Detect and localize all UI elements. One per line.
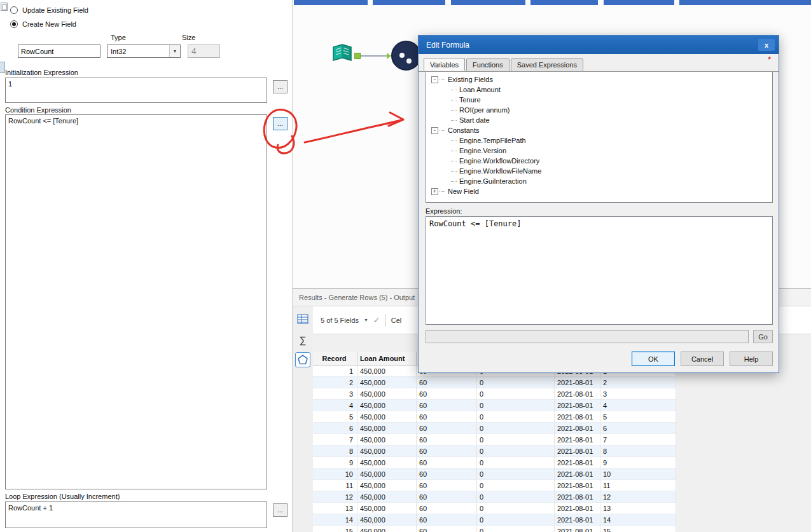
generate-rows-config-panel: Update Existing Field Create New Field T… [0, 0, 293, 532]
table-row[interactable]: 2 450,000 60 0 2021-08-01 2 [313, 377, 676, 388]
cell-rowcount: 12 [600, 491, 676, 503]
tree-item-label[interactable]: Engine.Version [459, 147, 506, 154]
size-label: Size [182, 34, 195, 41]
cell-viewer-label[interactable]: Cel [391, 317, 402, 324]
tree-item-label[interactable]: Tenure [459, 96, 481, 104]
tree-item-label[interactable]: Engine.WorkflowFileName [459, 167, 541, 175]
tree-item[interactable]: - Constants [427, 125, 771, 135]
input-data-tool-icon[interactable] [330, 41, 354, 65]
initialization-expression-label: Initialization Expression [5, 69, 78, 76]
tree-expander-icon[interactable]: - [431, 127, 438, 134]
table-row[interactable]: 7 450,000 60 0 2021-08-01 7 [313, 434, 676, 446]
table-row[interactable]: 14 450,000 60 0 2021-08-01 14 [313, 514, 676, 526]
fields-selector[interactable]: 5 of 5 Fields [321, 317, 359, 324]
type-dropdown[interactable]: Int32 ▼ [107, 44, 181, 58]
table-row[interactable]: 4 450,000 60 0 2021-08-01 4 [313, 400, 676, 411]
cell-record: 10 [313, 468, 357, 480]
tree-connector [451, 181, 457, 182]
tree-item[interactable]: - Existing Fields [427, 74, 771, 85]
help-button[interactable]: Help [730, 351, 773, 366]
dialog-titlebar[interactable]: Edit Formula [419, 36, 779, 54]
table-row[interactable]: 8 450,000 60 0 2021-08-01 8 [313, 446, 676, 457]
tree-item-label[interactable]: Engine.WorkflowDirectory [459, 157, 539, 165]
type-label: Type [111, 34, 126, 41]
condition-ellipsis-button[interactable]: ... [273, 117, 288, 130]
initialization-expression-box[interactable]: 1 [5, 78, 267, 103]
cell-start-date: 2021-08-01 [555, 377, 600, 388]
column-header-record[interactable]: Record [313, 352, 357, 365]
results-table-view-icon[interactable] [295, 311, 310, 327]
chevron-down-icon[interactable]: ▼ [169, 45, 180, 57]
tree-item[interactable]: Engine.WorkflowFileName [427, 166, 771, 176]
tree-item-label[interactable]: Start date [459, 116, 490, 124]
tree-item[interactable]: ROI(per annum) [427, 105, 771, 115]
cancel-button[interactable]: Cancel [681, 351, 724, 366]
cell-start-date: 2021-08-01 [555, 434, 600, 446]
table-row[interactable]: 12 450,000 60 0 2021-08-01 12 [313, 491, 676, 503]
cell-start-date: 2021-08-01 [555, 480, 600, 491]
generate-rows-tool-icon[interactable] [391, 41, 421, 71]
radio-update-existing-field[interactable]: Update Existing Field [10, 6, 88, 14]
tab-functions[interactable]: Functions [466, 58, 509, 71]
table-row[interactable]: 10 450,000 60 0 2021-08-01 10 [313, 468, 676, 480]
table-row[interactable]: 5 450,000 60 0 2021-08-01 5 [313, 411, 676, 423]
chevron-down-icon[interactable]: ▼ [364, 318, 368, 322]
tree-item-label[interactable]: Existing Fields [448, 76, 493, 83]
tree-item-label[interactable]: Engine.GuiInteraction [459, 177, 527, 185]
radio-create-new-field[interactable]: Create New Field [10, 20, 76, 28]
ok-button[interactable]: OK [632, 351, 675, 366]
results-metadata-sigma-icon[interactable]: ∑ [295, 332, 310, 347]
condition-expression-box[interactable]: RowCount <= [Tenure] [5, 114, 267, 489]
panel-edge-icon[interactable] [0, 62, 5, 73]
tab-saved-expressions[interactable]: Saved Expressions [511, 58, 583, 71]
cell-roi: 0 [477, 411, 555, 423]
loop-expression-box[interactable]: RowCount + 1 [5, 501, 267, 528]
tree-item[interactable]: Engine.TempFilePath [427, 135, 771, 146]
connection-wire[interactable] [361, 55, 390, 57]
expression-editor[interactable]: RowCount <= [Tenure] [426, 216, 773, 325]
results-profile-view-icon[interactable] [295, 352, 310, 367]
cell-tenure: 60 [417, 423, 477, 434]
table-row[interactable]: 6 450,000 60 0 2021-08-01 6 [313, 423, 676, 434]
radio-circle-unselected[interactable] [10, 6, 18, 14]
tool-output-anchor[interactable] [354, 53, 361, 59]
dock-panel-icon[interactable] [1, 3, 8, 11]
cell-roi: 0 [477, 526, 555, 532]
tree-item-label[interactable]: Constants [448, 126, 480, 134]
tree-item[interactable]: Loan Amount [427, 85, 771, 95]
cell-start-date: 2021-08-01 [555, 503, 600, 514]
close-icon[interactable]: x [758, 39, 775, 51]
radio-circle-selected[interactable] [10, 20, 18, 28]
tree-item-label[interactable]: New Field [448, 188, 479, 195]
tree-item[interactable]: Start date [427, 115, 771, 125]
cell-tenure: 60 [417, 388, 477, 400]
expression-search-input[interactable] [426, 330, 749, 343]
cell-rowcount: 10 [600, 468, 676, 480]
tab-variables[interactable]: Variables [424, 58, 465, 71]
tree-item-label[interactable]: Loan Amount [459, 86, 501, 93]
tree-item[interactable]: + New Field [427, 186, 771, 196]
table-row[interactable]: 3 450,000 60 0 2021-08-01 3 [313, 388, 676, 400]
tree-item[interactable]: Engine.WorkflowDirectory [427, 156, 771, 166]
column-header-loan-amount[interactable]: Loan Amount [357, 352, 417, 365]
tree-item[interactable]: Engine.GuiInteraction [427, 176, 771, 186]
go-button[interactable]: Go [753, 330, 773, 343]
cell-record: 6 [313, 423, 357, 434]
tree-item-label[interactable]: Engine.TempFilePath [459, 137, 526, 144]
tree-item-label[interactable]: ROI(per annum) [459, 106, 509, 114]
apply-check-icon[interactable]: ✓ [373, 315, 380, 325]
tree-item[interactable]: Engine.Version [427, 146, 771, 156]
cell-tenure: 60 [417, 446, 477, 457]
loop-ellipsis-button[interactable]: ... [273, 503, 288, 517]
results-title: Results - Generate Rows (5) - Output [299, 294, 415, 301]
field-name-input[interactable] [18, 44, 101, 58]
tree-expander-icon[interactable]: - [431, 76, 438, 83]
cell-roi: 0 [477, 491, 555, 503]
table-row[interactable]: 11 450,000 60 0 2021-08-01 11 [313, 480, 676, 491]
tree-expander-icon[interactable]: + [431, 188, 438, 195]
table-row[interactable]: 9 450,000 60 0 2021-08-01 9 [313, 457, 676, 468]
table-row[interactable]: 15 450,000 60 0 2021-08-01 15 [313, 526, 676, 532]
table-row[interactable]: 13 450,000 60 0 2021-08-01 13 [313, 503, 676, 514]
initialization-ellipsis-button[interactable]: ... [273, 80, 288, 93]
tree-item[interactable]: Tenure [427, 95, 771, 105]
